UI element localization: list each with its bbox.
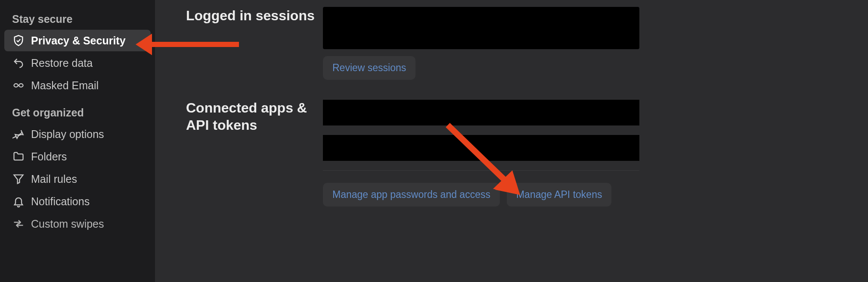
sidebar-item-notifications[interactable]: Notifications [4,191,151,212]
sidebar: Stay secure Privacy & Security Restore d… [0,0,155,282]
sidebar-item-label: Notifications [31,195,90,208]
connected-redacted-block-1 [323,100,639,125]
mask-icon [12,79,25,92]
swipe-icon [12,217,25,230]
folder-icon [12,150,25,163]
thumbtack-icon [12,128,25,141]
sidebar-item-label: Privacy & Security [31,34,126,47]
sidebar-item-custom-swipes[interactable]: Custom swipes [4,213,151,235]
section-logged-in-sessions: Logged in sessions Review sessions [155,7,868,80]
shield-check-icon [12,34,25,47]
sidebar-item-label: Display options [31,128,104,141]
sidebar-item-privacy-security[interactable]: Privacy & Security [4,30,151,51]
sidebar-section-get-organized: Get organized [0,97,155,123]
divider [323,170,639,171]
sidebar-item-label: Custom swipes [31,218,104,230]
sidebar-item-display-options[interactable]: Display options [4,123,151,145]
svg-point-0 [14,84,18,87]
bell-icon [12,195,25,208]
sidebar-item-label: Restore data [31,57,93,69]
sidebar-item-folders[interactable]: Folders [4,146,151,167]
funnel-icon [12,172,25,185]
section-title-sessions: Logged in sessions [155,7,323,24]
sidebar-item-mail-rules[interactable]: Mail rules [4,168,151,190]
main-content: Logged in sessions Review sessions Conne… [155,0,868,282]
section-title-connected: Connected apps & API tokens [155,99,323,134]
sidebar-section-stay-secure: Stay secure [0,3,155,30]
manage-api-tokens-button[interactable]: Manage API tokens [507,183,611,207]
undo-icon [12,56,25,69]
svg-point-1 [19,84,23,87]
manage-app-passwords-button[interactable]: Manage app passwords and access [323,183,500,207]
review-sessions-button[interactable]: Review sessions [323,56,415,80]
connected-redacted-block-2 [323,135,639,161]
sidebar-item-label: Mail rules [31,173,77,185]
sidebar-item-label: Folders [31,150,67,163]
sidebar-item-restore-data[interactable]: Restore data [4,52,151,74]
section-connected-apps: Connected apps & API tokens Manage app p… [155,99,868,207]
sidebar-item-masked-email[interactable]: Masked Email [4,75,151,96]
sidebar-item-label: Masked Email [31,79,99,92]
sessions-redacted-block [323,7,639,49]
